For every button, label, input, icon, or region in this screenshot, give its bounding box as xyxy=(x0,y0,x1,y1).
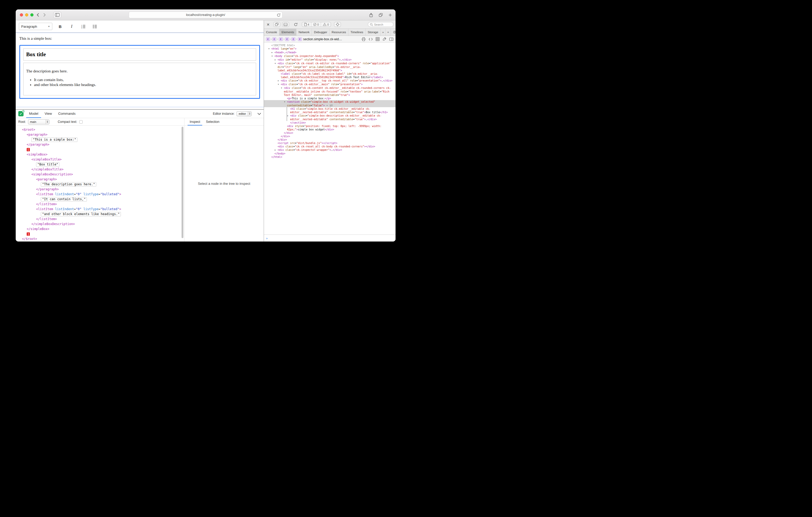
bulleted-list-button[interactable] xyxy=(91,23,98,30)
tree-node-line[interactable]: <paragraph> xyxy=(19,132,180,137)
tree-node-line[interactable]: </$root> xyxy=(19,237,180,242)
tree-node-line[interactable]: ▶<head>…</head> xyxy=(264,51,396,54)
tree-node-line[interactable]: <p>This is a simple box:</p> xyxy=(264,97,396,100)
tree-node-line[interactable]: </section> xyxy=(264,121,396,124)
breadcrumb-element-badge[interactable]: E xyxy=(272,37,276,41)
sidebar-toggle-button[interactable] xyxy=(53,12,61,18)
reload-button[interactable] xyxy=(277,13,281,17)
back-button[interactable] xyxy=(37,13,39,17)
tree-node-line[interactable]: <div style="position: fixed; top: 0px; l… xyxy=(264,124,396,131)
tree-node-line[interactable]: </paragraph> xyxy=(19,142,180,147)
tree-node-line[interactable]: <simpleBoxTitle> xyxy=(19,157,180,162)
tree-node-line[interactable]: <$root> xyxy=(19,127,180,132)
tree-node-line[interactable]: <listItem listIndent="0" listType="bulle… xyxy=(19,207,180,212)
new-tab-button[interactable] xyxy=(388,13,392,17)
tree-node-line[interactable]: </simpleBoxTitle> xyxy=(19,167,180,172)
tree-node-line[interactable]: ▶<div class="ck-inspector-wrapper">…</di… xyxy=(264,148,396,152)
tree-node-line[interactable]: ▶<div id="editor" style="display: none;"… xyxy=(264,58,396,62)
scrollbar-thumb[interactable] xyxy=(181,127,183,238)
minimize-window-button[interactable] xyxy=(25,13,28,17)
tab-inspect[interactable]: Inspect xyxy=(187,118,202,125)
warnings-button[interactable]: 0 xyxy=(321,22,331,27)
tree-node-line[interactable]: ▶<div class="ck ck-editor__top ck-reset_… xyxy=(264,79,396,83)
tree-node-line[interactable]: <div class="ck ck-reset_all ck-body ck-r… xyxy=(264,145,396,148)
tree-node-line[interactable]: </div> xyxy=(264,134,396,138)
breadcrumb-selected-element[interactable]: section.simple-box.ck-wid… xyxy=(303,37,342,41)
reload-page-button[interactable] xyxy=(293,23,298,26)
tab-model[interactable]: Model xyxy=(26,110,41,118)
tree-node-line[interactable]: ▼<body class="ck-inspector-body-expanded… xyxy=(264,54,396,58)
numbered-list-button[interactable]: 123 xyxy=(80,23,87,30)
tree-node-line[interactable]: "Box title" xyxy=(19,162,180,167)
bold-button[interactable]: B xyxy=(57,23,64,30)
tree-node-line[interactable]: ▼<section class="simple-box ck-widget ck… xyxy=(264,100,396,107)
tree-node-line[interactable]: </listItem> xyxy=(19,217,180,222)
styles-brush-button[interactable] xyxy=(382,37,386,41)
collapse-inspector-button[interactable] xyxy=(257,113,261,115)
root-select[interactable]: main ▲▼ xyxy=(28,119,50,124)
tab-elements[interactable]: Elements xyxy=(280,29,296,35)
simple-box-widget[interactable]: Box title The description goes here. It … xyxy=(19,45,260,99)
add-tab-button[interactable]: + xyxy=(385,29,391,35)
breadcrumb-element-badge[interactable]: E xyxy=(279,37,283,41)
dock-bottom-button[interactable] xyxy=(282,22,289,27)
forward-button[interactable] xyxy=(44,13,46,17)
element-picker-button[interactable] xyxy=(334,22,341,27)
tree-node-line[interactable]: ▼<html lang="en"> xyxy=(264,47,396,51)
tree-node-line[interactable]: </simpleBox> xyxy=(19,226,180,232)
tree-node-line[interactable]: </div> xyxy=(264,138,396,142)
tree-node-line[interactable]: ▼<div class="ck ck-content ck-editor__ed… xyxy=(264,86,396,97)
quick-console-bar[interactable]: › xyxy=(264,235,396,242)
tree-node-line[interactable]: <simpleBoxDescription> xyxy=(19,172,180,177)
address-bar[interactable]: localhost/creating-a-plugin/ xyxy=(129,11,283,18)
devtools-search-input[interactable]: Search xyxy=(368,22,394,27)
tree-node-line[interactable]: </listItem> xyxy=(19,202,180,207)
editor-editable-area[interactable]: This is a simple box: Box title The desc… xyxy=(16,33,264,107)
tab-debugger[interactable]: Debugger xyxy=(312,29,329,35)
breadcrumb-element-badge[interactable]: E xyxy=(266,37,270,41)
devtools-settings-button[interactable] xyxy=(391,29,396,35)
tree-node-line[interactable]: </paragraph> xyxy=(19,187,180,192)
tab-network[interactable]: Network xyxy=(296,29,312,35)
simple-box-title[interactable]: Box title xyxy=(23,48,256,61)
tree-node-line[interactable]: ] xyxy=(19,232,180,237)
tree-node-line[interactable]: <script src="dist/bundle.js"></script> xyxy=(264,142,396,145)
show-source-button[interactable] xyxy=(369,37,373,41)
breadcrumb-element-badge[interactable]: E xyxy=(291,37,295,41)
share-button[interactable] xyxy=(369,13,373,17)
tab-overview-button[interactable] xyxy=(379,13,383,17)
tree-node-line[interactable]: <h1 class="simple-box-title ck-editor__e… xyxy=(264,107,396,114)
dock-side-button[interactable] xyxy=(273,22,280,27)
print-button[interactable] xyxy=(361,37,366,41)
tab-storage[interactable]: Storage xyxy=(366,29,381,35)
tree-node-line[interactable]: <!DOCTYPE html> xyxy=(264,44,396,47)
tree-node-line[interactable]: ▶<div class="simple-box-description ck-e… xyxy=(264,114,396,121)
tree-node-line[interactable]: </html> xyxy=(264,155,396,159)
tree-node-line[interactable]: <paragraph> xyxy=(19,177,180,182)
tree-node-line[interactable]: <simpleBox> xyxy=(19,152,180,157)
resources-count-button[interactable]: 4 xyxy=(302,22,311,27)
breadcrumb-element-badge[interactable]: E xyxy=(298,37,302,41)
tree-node-line[interactable]: "This is a simple box:" xyxy=(19,137,180,142)
close-window-button[interactable] xyxy=(20,13,23,17)
paragraph-dropdown[interactable]: Paragraph ▼ xyxy=(19,23,52,30)
tab-selection[interactable]: Selection xyxy=(204,118,221,125)
details-sidebar-button[interactable] xyxy=(389,37,394,41)
tab-overflow-button[interactable]: » xyxy=(381,29,385,35)
compact-text-checkbox[interactable] xyxy=(79,120,83,124)
tree-node-line[interactable]: </simpleBoxDescription> xyxy=(19,222,180,226)
tree-node-line[interactable]: </body> xyxy=(264,152,396,155)
tree-node-line[interactable]: "The description goes here." xyxy=(19,182,180,187)
zoom-window-button[interactable] xyxy=(30,13,33,17)
tab-resources[interactable]: Resources xyxy=(329,29,348,35)
tab-timelines[interactable]: Timelines xyxy=(348,29,366,35)
layout-grid-button[interactable] xyxy=(376,37,380,41)
italic-button[interactable]: I xyxy=(68,23,75,30)
tree-node-line[interactable]: </div> xyxy=(264,131,396,134)
editor-instance-select[interactable]: editor ▲▼ xyxy=(236,111,252,116)
tree-node-line[interactable]: [ xyxy=(19,147,180,152)
tree-node-line[interactable]: ▼<div class="ck ck-reset ck-editor ck-ro… xyxy=(264,62,396,72)
tree-node-line[interactable]: ▼<div class="ck ck-editor__main" role="p… xyxy=(264,83,396,86)
close-devtools-button[interactable]: ✕ xyxy=(266,23,270,26)
breadcrumb-element-badge[interactable]: E xyxy=(285,37,289,41)
